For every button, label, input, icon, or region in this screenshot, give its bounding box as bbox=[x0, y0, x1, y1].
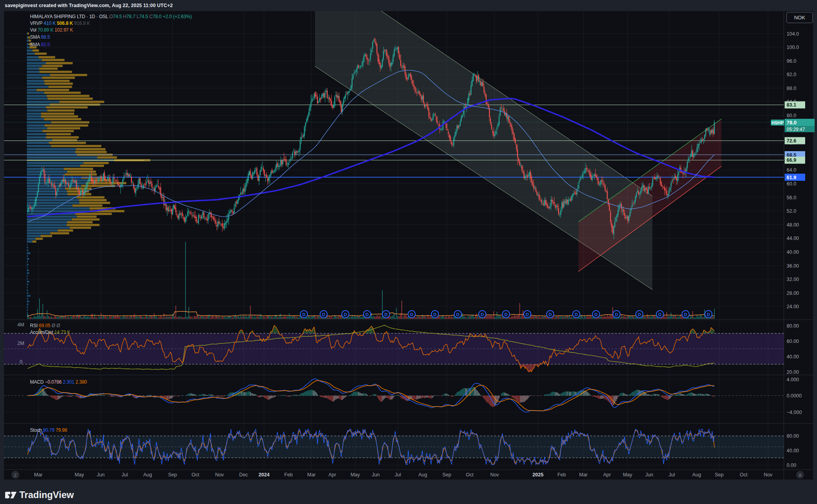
svg-text:D: D bbox=[638, 312, 641, 317]
svg-text:66.9: 66.9 bbox=[787, 157, 796, 163]
svg-text:D: D bbox=[322, 312, 325, 317]
svg-text:Sep: Sep bbox=[442, 472, 451, 478]
svg-text:Jun: Jun bbox=[645, 472, 653, 478]
svg-text:52.0: 52.0 bbox=[787, 208, 796, 214]
svg-text:Sep: Sep bbox=[168, 472, 177, 478]
svg-text:May: May bbox=[75, 472, 84, 478]
svg-text:TradingView: TradingView bbox=[19, 490, 74, 500]
svg-text:D: D bbox=[456, 312, 459, 317]
svg-text:MACD −0.0786 2.301 2.380: MACD −0.0786 2.301 2.380 bbox=[30, 379, 87, 385]
svg-text:Aug: Aug bbox=[143, 472, 152, 478]
svg-text:28.00: 28.00 bbox=[787, 290, 799, 296]
svg-text:D: D bbox=[504, 312, 508, 317]
svg-text:D: D bbox=[384, 312, 388, 317]
svg-text:D: D bbox=[684, 312, 687, 317]
svg-text:80.00: 80.00 bbox=[787, 323, 799, 329]
svg-text:24.00: 24.00 bbox=[787, 304, 799, 309]
svg-text:D: D bbox=[526, 312, 529, 317]
svg-text:A: A bbox=[798, 473, 802, 478]
svg-text:2025: 2025 bbox=[532, 472, 543, 478]
svg-text:D: D bbox=[575, 312, 578, 317]
svg-text:64.0: 64.0 bbox=[787, 167, 796, 173]
svg-text:Apr: Apr bbox=[603, 472, 611, 478]
svg-text:40.00: 40.00 bbox=[787, 448, 799, 453]
svg-text:Aug: Aug bbox=[692, 472, 701, 478]
svg-text:Jun: Jun bbox=[372, 472, 380, 478]
svg-text:80.00: 80.00 bbox=[787, 433, 799, 439]
svg-text:D: D bbox=[594, 312, 598, 317]
svg-text:Z: Z bbox=[14, 473, 17, 478]
svg-text:Jul: Jul bbox=[669, 472, 675, 478]
svg-text:96.0: 96.0 bbox=[787, 58, 796, 64]
svg-text:HIMALAYA SHIPPING LTD · 1D · O: HIMALAYA SHIPPING LTD · 1D · OSL O74.5 H… bbox=[30, 14, 192, 19]
svg-text:4.000: 4.000 bbox=[787, 377, 799, 382]
svg-text:D: D bbox=[615, 312, 618, 317]
svg-text:60.0: 60.0 bbox=[787, 181, 796, 187]
svg-text:May: May bbox=[350, 472, 360, 478]
svg-text:44.00: 44.00 bbox=[787, 236, 799, 241]
svg-text:Apr: Apr bbox=[328, 472, 336, 478]
svg-text:92.0: 92.0 bbox=[787, 72, 796, 77]
svg-text:D: D bbox=[433, 312, 437, 317]
svg-text:Oct: Oct bbox=[740, 472, 748, 478]
svg-text:SMA 68.5: SMA 68.5 bbox=[30, 34, 50, 40]
svg-text:60.00: 60.00 bbox=[787, 339, 799, 344]
svg-text:40.00: 40.00 bbox=[787, 354, 799, 360]
svg-text:Feb: Feb bbox=[284, 472, 293, 478]
svg-text:VRVP 410 K 506.8 K 916.8 K: VRVP 410 K 506.8 K 916.8 K bbox=[30, 21, 90, 26]
svg-text:D: D bbox=[707, 312, 710, 317]
svg-text:0.00: 0.00 bbox=[787, 463, 796, 468]
svg-text:Aug: Aug bbox=[418, 472, 427, 478]
svg-text:Nov: Nov bbox=[764, 472, 773, 478]
svg-text:NOK: NOK bbox=[794, 15, 806, 21]
svg-text:Mar: Mar bbox=[34, 472, 43, 478]
svg-text:2024: 2024 bbox=[259, 472, 270, 478]
svg-text:Mar: Mar bbox=[579, 472, 588, 478]
svg-text:Mar: Mar bbox=[307, 472, 316, 478]
svg-text:HSHP: HSHP bbox=[772, 120, 784, 125]
svg-text:May: May bbox=[623, 472, 632, 478]
svg-text:Jul: Jul bbox=[122, 472, 128, 478]
svg-text:2M: 2M bbox=[17, 341, 24, 346]
svg-text:SMA 62.0: SMA 62.0 bbox=[30, 42, 50, 47]
svg-text:Dec: Dec bbox=[239, 472, 248, 478]
svg-text:48.00: 48.00 bbox=[787, 222, 799, 228]
svg-text:Nov: Nov bbox=[215, 472, 224, 478]
svg-text:Oct: Oct bbox=[466, 472, 474, 478]
svg-text:88.0: 88.0 bbox=[787, 86, 796, 91]
svg-text:20.00: 20.00 bbox=[787, 369, 799, 375]
svg-text:D: D bbox=[344, 312, 347, 317]
svg-text:72.6: 72.6 bbox=[787, 138, 796, 144]
svg-text:Vol 70.89 K 102.97 K: Vol 70.89 K 102.97 K bbox=[30, 27, 73, 33]
svg-text:D: D bbox=[365, 312, 369, 317]
svg-text:Accum/Dist 14.73 K: Accum/Dist 14.73 K bbox=[30, 330, 70, 335]
svg-text:4M: 4M bbox=[17, 322, 24, 328]
svg-text:05:29:47: 05:29:47 bbox=[787, 127, 805, 132]
svg-text:56.0: 56.0 bbox=[787, 195, 796, 200]
svg-text:100.0: 100.0 bbox=[787, 45, 799, 50]
svg-text:D: D bbox=[481, 312, 484, 317]
svg-text:Jul: Jul bbox=[395, 472, 401, 478]
svg-text:D: D bbox=[410, 312, 413, 317]
svg-text:32.00: 32.00 bbox=[787, 277, 799, 282]
svg-text:0.0000: 0.0000 bbox=[787, 393, 802, 399]
svg-text:36.00: 36.00 bbox=[787, 263, 799, 269]
svg-text:104.0: 104.0 bbox=[787, 31, 799, 37]
svg-text:Oct: Oct bbox=[191, 472, 199, 478]
svg-text:D: D bbox=[549, 312, 552, 317]
svg-text:40.00: 40.00 bbox=[787, 249, 799, 255]
svg-text:Stoch 90.79 79.98: Stoch 90.79 79.98 bbox=[30, 427, 67, 433]
svg-text:D: D bbox=[658, 312, 661, 317]
svg-text:Jun: Jun bbox=[97, 472, 105, 478]
svg-text:Feb: Feb bbox=[557, 472, 566, 478]
svg-text:78.0: 78.0 bbox=[787, 120, 796, 126]
svg-text:−4.000: −4.000 bbox=[787, 410, 802, 415]
svg-text:83.1: 83.1 bbox=[787, 102, 796, 108]
svg-text:61.9: 61.9 bbox=[787, 175, 796, 180]
svg-text:0: 0 bbox=[20, 359, 22, 365]
svg-text:RSI 69.05 Ø Ø: RSI 69.05 Ø Ø bbox=[30, 323, 60, 328]
svg-text:Sep: Sep bbox=[715, 472, 723, 478]
svg-text:D: D bbox=[302, 312, 305, 317]
svg-text:80.0: 80.0 bbox=[787, 113, 796, 118]
svg-text:Nov: Nov bbox=[490, 472, 499, 478]
